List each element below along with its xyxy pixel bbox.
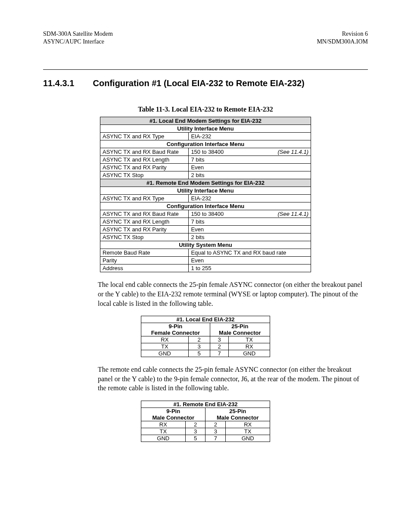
pinout1-left-header: 9-Pin Female Connector: [141, 323, 210, 336]
pinout-table-remote: #1. Remote End EIA-232 9-Pin Male Connec…: [141, 401, 270, 442]
row-len-label-2: ASYNC TX and RX Length: [100, 218, 189, 226]
row-type-label-2: ASYNC TX and RX Type: [100, 195, 189, 202]
settings-title-local: #1. Local End Modem Settings for EIA-232: [100, 117, 311, 125]
settings-menu-config-1: Configuration Interface Menu: [100, 140, 311, 148]
row-rbaud-val: Equal to ASYNC TX and RX baud rate: [189, 249, 311, 257]
header-revision: Revision 6: [317, 30, 368, 38]
settings-menu-utility-2: Utility Interface Menu: [100, 187, 311, 195]
row-rbaud-label: Remote Baud Rate: [100, 249, 189, 257]
table-row: GND 5 7 GND: [141, 435, 270, 442]
row-stop-val-1: 2 bits: [189, 171, 311, 179]
table-row: GND 5 7 GND: [141, 350, 270, 357]
section-number: 11.4.3.1: [43, 78, 90, 88]
pinout1-right-header: 25-Pin Male Connector: [210, 323, 270, 336]
row-rpar-val: Even: [189, 257, 311, 264]
header-docid: MN/SDM300A.IOM: [317, 38, 368, 46]
section-title: Configuration #1 (Local EIA-232 to Remot…: [93, 78, 305, 88]
row-baud-val-1: 150 to 38400(See 11.4.1): [189, 148, 311, 156]
section-heading: 11.4.3.1 Configuration #1 (Local EIA-232…: [43, 78, 368, 88]
settings-menu-system: Utility System Menu: [100, 241, 311, 249]
header-right: Revision 6 MN/SDM300A.IOM: [317, 30, 368, 46]
row-stop-val-2: 2 bits: [189, 233, 311, 241]
page-header: SDM-300A Satellite Modem ASYNC/AUPC Inte…: [43, 30, 368, 46]
paragraph-local-cable: The local end cable connects the 25-pin …: [43, 280, 368, 308]
row-baud-label-2: ASYNC TX and RX Baud Rate: [100, 210, 189, 218]
row-type-val-1: EIA-232: [189, 133, 311, 140]
table-row: TX 3 3 TX: [141, 428, 270, 435]
settings-table: #1. Local End Modem Settings for EIA-232…: [100, 117, 311, 272]
row-len-val-2: 7 bits: [189, 218, 311, 226]
row-par-label-1: ASYNC TX and RX Parity: [100, 164, 189, 171]
row-len-label-1: ASYNC TX and RX Length: [100, 156, 189, 164]
row-addr-label: Address: [100, 264, 189, 272]
row-type-val-2: EIA-232: [189, 195, 311, 202]
header-subtitle: ASYNC/AUPC Interface: [43, 38, 113, 46]
pinout-table-local: #1. Local End EIA-232 9-Pin Female Conne…: [141, 316, 270, 357]
row-par-val-2: Even: [189, 226, 311, 233]
table-row: TX 3 2 RX: [141, 343, 270, 350]
pinout2-right-header: 25-Pin Male Connector: [206, 408, 270, 421]
row-type-label-1: ASYNC TX and RX Type: [100, 133, 189, 140]
row-stop-label-2: ASYNC TX Stop: [100, 233, 189, 241]
table-row: RX 2 3 TX: [141, 336, 270, 343]
row-baud-label-1: ASYNC TX and RX Baud Rate: [100, 148, 189, 156]
table-caption: Table 11-3. Local EIA-232 to Remote EIA-…: [43, 106, 368, 113]
row-stop-label-1: ASYNC TX Stop: [100, 171, 189, 179]
pinout2-left-header: 9-Pin Male Connector: [141, 408, 206, 421]
header-divider: [43, 69, 368, 70]
row-len-val-1: 7 bits: [189, 156, 311, 164]
header-left: SDM-300A Satellite Modem ASYNC/AUPC Inte…: [43, 30, 113, 46]
row-baud-val-2: 150 to 38400(See 11.4.1): [189, 210, 311, 218]
row-par-val-1: Even: [189, 164, 311, 171]
settings-title-remote: #1. Remote End Modem Settings for EIA-23…: [100, 179, 311, 187]
paragraph-remote-cable: The remote end cable connects the 25-pin…: [43, 365, 368, 393]
header-product: SDM-300A Satellite Modem: [43, 30, 113, 38]
settings-menu-utility-1: Utility Interface Menu: [100, 125, 311, 133]
pinout2-title: #1. Remote End EIA-232: [141, 401, 270, 408]
settings-menu-config-2: Configuration Interface Menu: [100, 202, 311, 210]
row-addr-val: 1 to 255: [189, 264, 311, 272]
row-par-label-2: ASYNC TX and RX Parity: [100, 226, 189, 233]
pinout1-title: #1. Local End EIA-232: [141, 316, 270, 323]
table-row: RX 2 2 RX: [141, 421, 270, 428]
row-rpar-label: Parity: [100, 257, 189, 264]
